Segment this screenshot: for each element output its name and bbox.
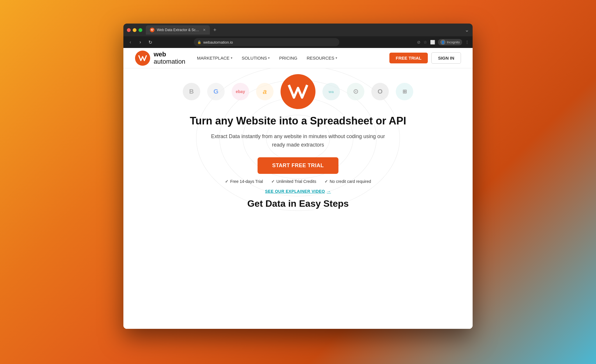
brand-icon-ebay: ebay xyxy=(232,83,249,100)
badge-no-credit-card: ✓ No credit card required xyxy=(324,179,371,184)
logo-automation: automation xyxy=(154,58,185,65)
marketplace-chevron-icon: ▾ xyxy=(231,56,233,60)
section-title: Get Data in Easy Steps xyxy=(247,198,349,209)
check-icon-1: ✓ xyxy=(225,179,228,184)
site-nav: MARKETPLACE ▾ SOLUTIONS ▾ PRICING RESOUR… xyxy=(197,56,389,60)
badge-label-1: Free 14-days Trial xyxy=(230,179,263,184)
maximize-button[interactable] xyxy=(139,28,142,32)
brand-icon-db: ⊙ xyxy=(347,83,364,100)
explainer-link-text: SEE OUR EXPLAINER VIDEO xyxy=(265,189,325,194)
nav-cta-area: FREE TRIAL SIGN IN xyxy=(389,52,461,64)
active-tab[interactable]: Web Data Extractor & Scraper ✕ xyxy=(146,25,210,35)
hero-title: Turn any Website into a Spreadsheet or A… xyxy=(190,115,406,127)
free-trial-button[interactable]: FREE TRIAL xyxy=(389,53,428,63)
incognito-avatar: 👤 xyxy=(440,40,446,45)
tab-close-button[interactable]: ✕ xyxy=(203,28,206,32)
url-text: webautomation.io xyxy=(203,40,233,44)
logo-text: web automation xyxy=(154,51,185,65)
logo-web: web xyxy=(154,51,185,58)
forward-button[interactable]: › xyxy=(137,40,144,45)
tab-title: Web Data Extractor & Scraper xyxy=(157,28,199,32)
cast-icon[interactable]: ⊘ xyxy=(417,40,421,44)
brand-icon-wa-small: wa xyxy=(322,83,340,100)
address-bar: ‹ › ↻ 🔒 webautomation.io ⊘ ☆ ⬜ 👤 Incogni… xyxy=(123,36,473,48)
arrow-icon: → xyxy=(327,189,331,194)
solutions-chevron-icon: ▾ xyxy=(268,56,270,60)
start-free-trial-button[interactable]: START FREE TRIAL xyxy=(258,157,338,174)
window-chevron-down-icon[interactable]: ⌄ xyxy=(465,27,469,33)
nav-pricing[interactable]: PRICING xyxy=(279,56,297,60)
explainer-video-link[interactable]: SEE OUR EXPLAINER VIDEO → xyxy=(265,189,331,194)
brand-icon-amazon: a xyxy=(256,83,274,100)
traffic-lights xyxy=(127,28,142,32)
back-button[interactable]: ‹ xyxy=(127,40,134,45)
brand-icon-opera: O xyxy=(371,83,389,100)
logo-icon xyxy=(135,51,150,66)
incognito-badge: 👤 Incognito xyxy=(438,39,462,45)
new-tab-button[interactable]: + xyxy=(211,27,219,33)
brand-icon-grid: ⊞ xyxy=(396,83,413,100)
resources-chevron-icon: ▾ xyxy=(336,56,337,60)
brand-icon-google: G xyxy=(207,83,225,100)
browser-window: Web Data Extractor & Scraper ✕ + ⌄ ‹ › ↻… xyxy=(123,24,473,329)
site-header: web automation MARKETPLACE ▾ SOLUTIONS ▾… xyxy=(123,48,473,68)
logo[interactable]: web automation xyxy=(135,51,185,66)
sign-in-button[interactable]: SIGN IN xyxy=(431,52,461,64)
nav-solutions[interactable]: SOLUTIONS ▾ xyxy=(242,56,270,60)
browser-toolbar-icons: ⊘ ☆ ⬜ 👤 Incognito ⋮ xyxy=(417,39,469,45)
brand-icon-b: B xyxy=(183,83,200,100)
sidebar-icon[interactable]: ⬜ xyxy=(430,40,435,44)
nav-resources[interactable]: RESOURCES ▾ xyxy=(307,56,337,60)
url-bar[interactable]: 🔒 webautomation.io xyxy=(194,38,339,46)
hero-section: B G ebay a wa ⊙ O ⊞ xyxy=(123,68,473,329)
page-content: web automation MARKETPLACE ▾ SOLUTIONS ▾… xyxy=(123,48,473,329)
tab-favicon xyxy=(150,28,155,32)
trust-badges: ✓ Free 14-days Trial ✓ Unlimited Trial C… xyxy=(225,179,371,184)
incognito-label: Incognito xyxy=(447,40,460,44)
brand-icons-row: B G ebay a wa ⊙ O ⊞ xyxy=(183,74,413,109)
badge-free-trial: ✓ Free 14-days Trial xyxy=(225,179,263,184)
tab-bar: Web Data Extractor & Scraper ✕ + xyxy=(146,25,465,35)
close-button[interactable] xyxy=(127,28,131,32)
nav-marketplace[interactable]: MARKETPLACE ▾ xyxy=(197,56,233,60)
check-icon-3: ✓ xyxy=(324,179,328,184)
menu-icon[interactable]: ⋮ xyxy=(465,40,469,44)
badge-unlimited-credits: ✓ Unlimited Trial Credits xyxy=(271,179,316,184)
badge-label-3: No credit card required xyxy=(330,179,371,184)
brand-icon-wa-center xyxy=(281,74,315,109)
check-icon-2: ✓ xyxy=(271,179,275,184)
bookmark-icon[interactable]: ☆ xyxy=(423,40,427,44)
hero-subtitle: Extract Data instantly from any website … xyxy=(211,132,385,149)
lock-icon: 🔒 xyxy=(197,40,201,44)
minimize-button[interactable] xyxy=(133,28,136,32)
badge-label-2: Unlimited Trial Credits xyxy=(276,179,316,184)
title-bar: Web Data Extractor & Scraper ✕ + ⌄ xyxy=(123,24,473,36)
refresh-button[interactable]: ↻ xyxy=(147,40,154,45)
